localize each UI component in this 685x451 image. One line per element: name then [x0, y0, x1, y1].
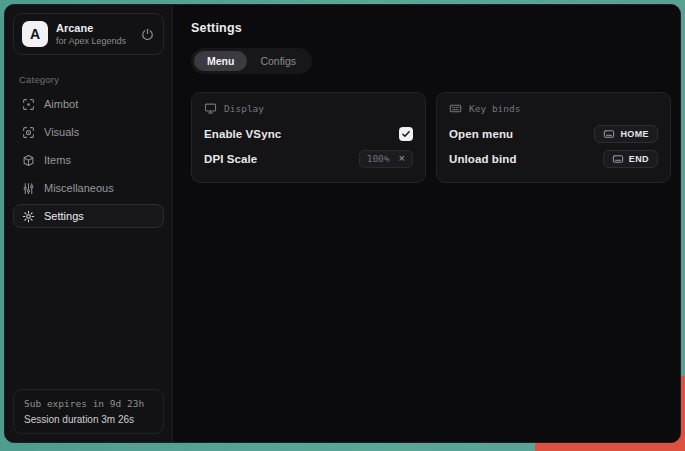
subscription-status-box: Sub expires in 9d 23h Session duration 3…: [13, 389, 164, 434]
tab-configs[interactable]: Configs: [247, 51, 309, 71]
session-duration-text: Session duration 3m 26s: [24, 414, 153, 425]
sliders-icon: [22, 182, 35, 195]
dpi-row: DPI Scale 100% ×: [204, 146, 413, 171]
vsync-label: Enable VSync: [204, 128, 281, 140]
sidebar-item-items[interactable]: Items: [13, 148, 164, 172]
unload-bind-row: Unload bind END: [449, 146, 658, 171]
sidebar: A Arcane for Apex Legends Category: [5, 5, 173, 442]
keyboard-icon: [449, 102, 462, 115]
crosshair-icon: [22, 98, 35, 111]
open-menu-row: Open menu HOME: [449, 121, 658, 146]
keybind-value: HOME: [620, 129, 649, 139]
brand-card: A Arcane for Apex Legends: [13, 13, 164, 55]
dpi-label: DPI Scale: [204, 153, 257, 165]
sidebar-item-label: Settings: [44, 210, 84, 222]
sidebar-item-label: Miscellaneous: [44, 182, 114, 194]
tab-menu[interactable]: Menu: [194, 51, 247, 71]
dpi-value: 100%: [367, 153, 390, 164]
category-label: Category: [19, 74, 158, 85]
cube-icon: [22, 154, 35, 167]
monitor-icon: [204, 102, 217, 115]
clear-icon[interactable]: ×: [399, 153, 405, 164]
open-menu-keybind-button[interactable]: HOME: [594, 125, 658, 143]
app-window: A Arcane for Apex Legends Category: [4, 4, 681, 443]
sidebar-item-label: Visuals: [44, 126, 79, 138]
sidebar-item-settings[interactable]: Settings: [13, 204, 164, 228]
brand-subtitle: for Apex Legends: [56, 36, 126, 46]
keybind-value: END: [629, 154, 649, 164]
sidebar-item-miscellaneous[interactable]: Miscellaneous: [13, 176, 164, 200]
tab-bar: Menu Configs: [191, 48, 312, 74]
main-content: Settings Menu Configs Display: [173, 5, 681, 442]
brand-logo: A: [22, 21, 48, 47]
dpi-scale-input[interactable]: 100% ×: [359, 150, 413, 168]
sidebar-item-aimbot[interactable]: Aimbot: [13, 92, 164, 116]
sub-expires-text: Sub expires in 9d 23h: [24, 398, 153, 409]
sidebar-item-label: Aimbot: [44, 98, 78, 110]
sidebar-item-label: Items: [44, 154, 71, 166]
sidebar-nav: Aimbot Visuals: [5, 92, 172, 232]
unload-bind-label: Unload bind: [449, 153, 517, 165]
keyboard-icon: [603, 129, 615, 139]
display-card: Display Enable VSync DPI Scale 100% ×: [191, 92, 426, 183]
sidebar-item-visuals[interactable]: Visuals: [13, 120, 164, 144]
keybinds-card: Key binds Open menu HOME: [436, 92, 671, 183]
display-card-title: Display: [224, 103, 264, 114]
vsync-row: Enable VSync: [204, 121, 413, 146]
page-title: Settings: [191, 21, 671, 35]
brand-title: Arcane: [56, 22, 126, 34]
eye-scan-icon: [22, 126, 35, 139]
vsync-checkbox[interactable]: [399, 127, 413, 141]
unload-bind-keybind-button[interactable]: END: [603, 150, 658, 168]
power-icon[interactable]: [140, 27, 155, 42]
keybinds-card-title: Key binds: [469, 103, 520, 114]
open-menu-label: Open menu: [449, 128, 513, 140]
gear-icon: [22, 210, 35, 223]
check-icon: [401, 129, 411, 139]
keyboard-icon: [612, 154, 624, 164]
